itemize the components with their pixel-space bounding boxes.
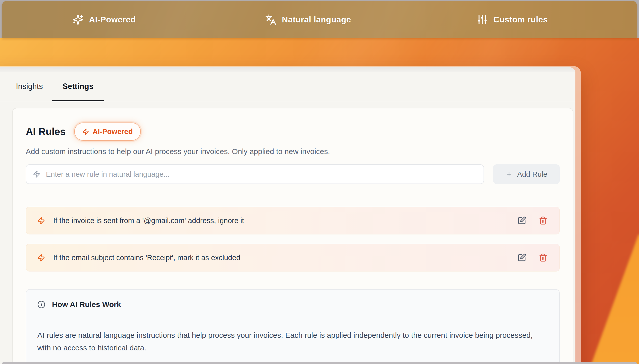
zap-icon bbox=[37, 254, 45, 262]
new-rule-input[interactable] bbox=[45, 170, 477, 179]
trash-icon bbox=[539, 216, 547, 225]
zap-icon bbox=[82, 128, 89, 135]
new-rule-input-wrapper bbox=[26, 164, 484, 184]
tab-settings-label: Settings bbox=[63, 82, 93, 91]
banner-label-custom-rules: Custom rules bbox=[493, 15, 548, 24]
delete-rule-button[interactable] bbox=[539, 253, 547, 262]
rule-row: If the email subject contains 'Receipt',… bbox=[26, 244, 560, 271]
plus-icon bbox=[505, 171, 513, 178]
rule-row: If the invoice is sent from a '@gmail.co… bbox=[26, 207, 560, 234]
settings-content: AI Rules AI-Powered Add custom instructi… bbox=[0, 101, 575, 364]
ai-powered-badge-label: AI-Powered bbox=[93, 128, 133, 136]
languages-icon bbox=[265, 14, 276, 25]
rule-text: If the invoice is sent from a '@gmail.co… bbox=[53, 217, 244, 225]
add-rule-button-label: Add Rule bbox=[517, 170, 547, 178]
info-box-title: How AI Rules Work bbox=[52, 300, 121, 309]
add-rule-button[interactable]: Add Rule bbox=[493, 164, 560, 184]
ai-rules-card: AI Rules AI-Powered Add custom instructi… bbox=[12, 108, 573, 364]
zap-icon bbox=[37, 217, 45, 225]
app-window-inner: Insights Settings AI Rules AI-Powered bbox=[0, 67, 575, 364]
window-titlebar bbox=[0, 67, 575, 72]
banner-label-ai-powered: AI-Powered bbox=[89, 15, 136, 24]
banner-item-ai-powered: AI-Powered bbox=[72, 14, 136, 25]
tab-insights-label: Insights bbox=[16, 82, 43, 91]
rules-list: If the invoice is sent from a '@gmail.co… bbox=[26, 207, 560, 271]
banner-item-natural-language: Natural language bbox=[265, 14, 351, 25]
ai-powered-badge: AI-Powered bbox=[74, 123, 141, 141]
ai-rules-header: AI Rules AI-Powered bbox=[26, 123, 560, 141]
tab-insights[interactable]: Insights bbox=[16, 72, 52, 101]
sliders-icon bbox=[477, 14, 488, 25]
tab-bar: Insights Settings bbox=[0, 72, 575, 101]
bottom-edge-bar bbox=[2, 362, 637, 364]
how-ai-rules-work-box: How AI Rules Work AI rules are natural l… bbox=[26, 289, 560, 364]
tab-settings[interactable]: Settings bbox=[52, 72, 104, 101]
info-box-header: How AI Rules Work bbox=[26, 290, 559, 319]
edit-rule-button[interactable] bbox=[518, 253, 526, 262]
rule-actions bbox=[518, 216, 547, 225]
banner-item-custom-rules: Custom rules bbox=[477, 14, 548, 25]
feature-banner: AI-Powered Natural language Custom rules bbox=[2, 1, 637, 38]
info-box-body: AI rules are natural language instructio… bbox=[26, 319, 559, 364]
ai-rules-title: AI Rules bbox=[26, 126, 66, 137]
new-rule-row: Add Rule bbox=[26, 164, 560, 184]
ai-rules-description: Add custom instructions to help our AI p… bbox=[26, 147, 560, 156]
sparkles-icon bbox=[72, 14, 84, 25]
app-window: Insights Settings AI Rules AI-Powered bbox=[0, 66, 581, 364]
rule-actions bbox=[518, 253, 547, 262]
banner-label-natural-language: Natural language bbox=[282, 15, 351, 24]
rule-text: If the email subject contains 'Receipt',… bbox=[53, 254, 240, 262]
zap-icon bbox=[33, 170, 40, 178]
edit-icon bbox=[518, 216, 526, 225]
edit-rule-button[interactable] bbox=[518, 216, 526, 225]
info-icon bbox=[37, 300, 45, 309]
edit-icon bbox=[518, 253, 526, 262]
delete-rule-button[interactable] bbox=[539, 216, 547, 225]
trash-icon bbox=[539, 253, 547, 262]
